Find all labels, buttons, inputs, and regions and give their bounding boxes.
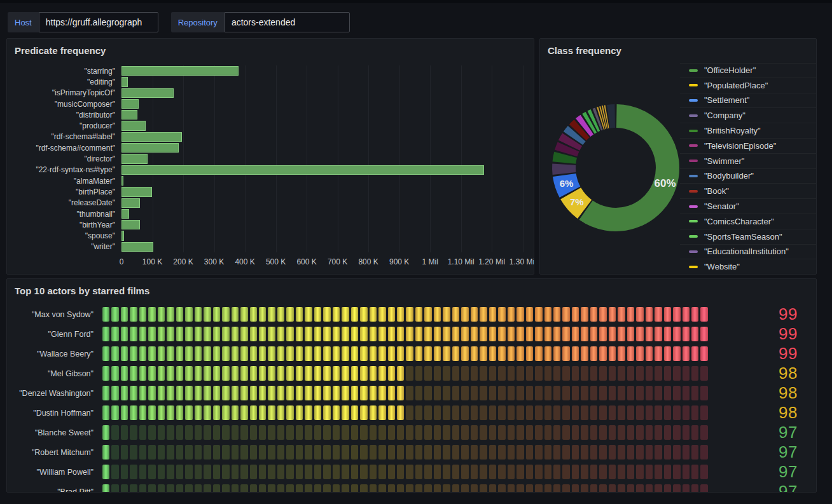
gauge-cell	[415, 307, 422, 322]
gauge-cell	[148, 445, 155, 460]
actor-gauge-track[interactable]	[102, 366, 708, 381]
gauge-cell	[111, 366, 118, 381]
predicate-bar[interactable]	[121, 88, 174, 98]
donut-slice[interactable]	[600, 118, 602, 119]
predicate-bar[interactable]	[121, 132, 182, 142]
predicate-row: "birthPlace"	[15, 186, 527, 197]
gauge-cell	[185, 386, 192, 400]
gauge-cell	[636, 346, 643, 361]
gauge-cell	[102, 346, 109, 361]
legend-item[interactable]: "OfficeHolder"	[680, 63, 816, 78]
gauge-cell	[471, 346, 478, 361]
legend-label: "ComicsCharacter"	[704, 217, 774, 226]
predicate-bar[interactable]	[121, 99, 139, 109]
gauge-cell	[185, 346, 192, 361]
donut-slice[interactable]	[578, 128, 581, 132]
predicate-bar[interactable]	[121, 121, 146, 130]
gauge-cell	[655, 425, 662, 440]
predicate-bar[interactable]	[121, 165, 484, 175]
gauge-cell	[259, 445, 266, 460]
legend-item[interactable]: "BritishRoyalty"	[680, 123, 816, 139]
gauge-cell	[314, 405, 321, 420]
actor-gauge-track[interactable]	[102, 425, 708, 440]
gauge-cell	[139, 465, 146, 479]
legend-item[interactable]: "EducationalInstitution"	[680, 245, 816, 260]
predicate-bar[interactable]	[121, 66, 239, 76]
gauge-cell	[691, 307, 698, 322]
legend-item[interactable]: "Swimmer"	[680, 154, 816, 169]
predicate-bar[interactable]	[121, 176, 123, 186]
gauge-cell	[434, 327, 441, 341]
donut-slice[interactable]	[597, 119, 599, 119]
donut-slice[interactable]	[564, 154, 565, 163]
gauge-cell	[286, 465, 293, 479]
legend-item[interactable]: "Settlement"	[680, 93, 816, 109]
predicate-bar[interactable]	[121, 231, 124, 240]
legend-item[interactable]: "Book"	[680, 184, 816, 199]
actor-gauge-track[interactable]	[102, 484, 708, 493]
class-frequency-panel-title[interactable]: Class frequency	[540, 39, 816, 62]
gauge-cell	[351, 445, 358, 460]
gauge-cell	[250, 346, 257, 361]
predicate-frequency-panel-title[interactable]: Predicate frequency	[7, 39, 534, 62]
actor-gauge-track[interactable]	[102, 405, 708, 420]
gauge-cell	[599, 405, 606, 420]
predicate-bar[interactable]	[121, 143, 179, 153]
gauge-cell	[498, 484, 505, 493]
legend-swatch	[689, 250, 698, 253]
actor-gauge-track[interactable]	[102, 386, 708, 400]
repository-input[interactable]	[225, 12, 350, 32]
gauge-cell	[102, 484, 109, 493]
actor-gauge-track[interactable]	[102, 445, 708, 460]
predicate-bar[interactable]	[121, 77, 128, 86]
donut-slice[interactable]	[609, 116, 615, 117]
gauge-cell	[185, 484, 192, 493]
gauge-cell	[185, 327, 192, 341]
gauge-cell	[130, 425, 137, 440]
gauge-cell	[471, 445, 478, 460]
actor-gauge-track[interactable]	[102, 307, 708, 322]
predicate-bar[interactable]	[121, 220, 140, 229]
predicate-label: "isPrimaryTopicOf"	[15, 88, 121, 99]
gauge-cell	[378, 465, 385, 479]
host-input[interactable]	[39, 12, 158, 32]
predicate-row: "musicComposer"	[15, 99, 527, 109]
donut-slice[interactable]	[593, 120, 595, 121]
legend-item[interactable]: "Senator"	[680, 199, 816, 214]
predicate-bar[interactable]	[121, 242, 153, 252]
legend-item[interactable]: "Company"	[680, 108, 816, 123]
actor-gauge-track[interactable]	[102, 327, 708, 341]
donut-slice[interactable]	[573, 133, 577, 138]
legend-item[interactable]: "SportsTeamSeason"	[680, 229, 816, 245]
top-actors-panel-title[interactable]: Top 10 actors by starred films	[7, 279, 816, 302]
legend-item[interactable]: "PopulatedPlace"	[680, 78, 816, 93]
actor-gauge-track[interactable]	[102, 465, 708, 479]
gauge-cell	[636, 484, 643, 493]
predicate-bar[interactable]	[121, 154, 148, 163]
donut-slice[interactable]	[566, 147, 569, 153]
donut-slice[interactable]	[588, 122, 591, 124]
gauge-cell	[599, 445, 606, 460]
actor-gauge-track[interactable]	[102, 346, 708, 361]
legend-item[interactable]: "ComicsCharacter"	[680, 214, 816, 229]
predicate-bar[interactable]	[121, 187, 152, 196]
gauge-cell	[195, 445, 202, 460]
legend-item[interactable]: "TelevisionEpisode"	[680, 139, 816, 154]
legend-item[interactable]: "Website"	[680, 259, 816, 273]
predicate-bar[interactable]	[121, 110, 137, 119]
gauge-cell	[424, 445, 431, 460]
gauge-cell	[535, 346, 542, 361]
donut-slice-percentage: 7%	[570, 196, 584, 207]
legend-label: "TelevisionEpisode"	[704, 141, 776, 151]
gauge-cell	[489, 386, 496, 400]
gauge-cell	[646, 445, 653, 460]
legend-item[interactable]: "Bodybuilder"	[680, 169, 816, 184]
donut-slice[interactable]	[583, 125, 587, 128]
gauge-cell	[342, 307, 349, 322]
predicate-bar[interactable]	[121, 198, 140, 208]
predicate-label: "spouse"	[15, 230, 121, 241]
gauge-cell	[232, 425, 239, 440]
donut-slice[interactable]	[569, 140, 572, 146]
gauge-cell	[333, 445, 340, 460]
predicate-bar[interactable]	[121, 209, 129, 219]
